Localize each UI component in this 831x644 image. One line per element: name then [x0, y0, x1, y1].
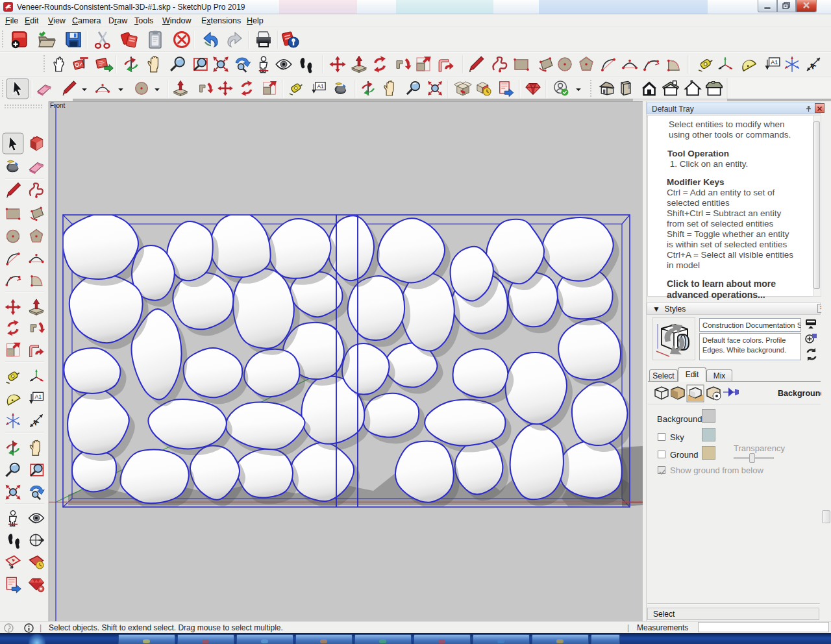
svg-text:Front: Front: [50, 102, 66, 109]
